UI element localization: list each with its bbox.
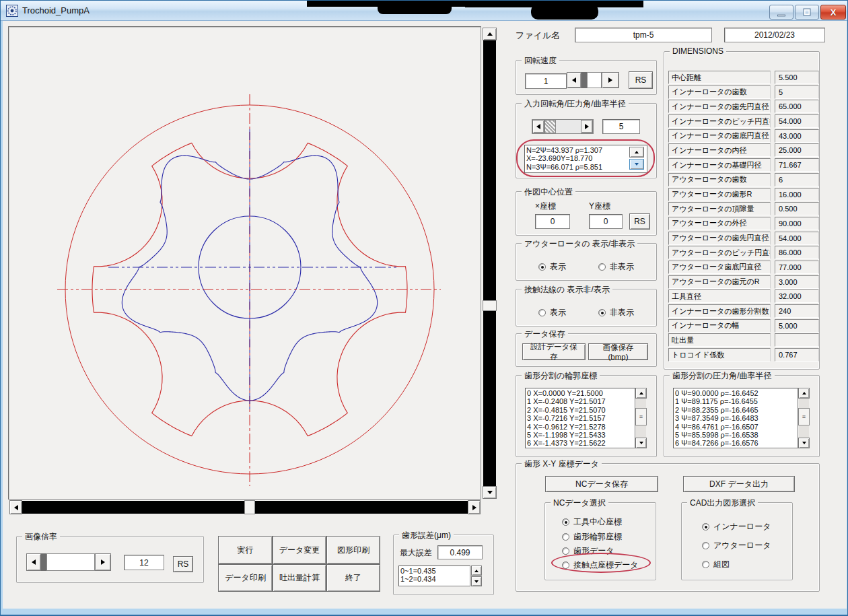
magnification-value[interactable]: 12 — [124, 555, 164, 570]
scroll-up-button[interactable] — [483, 28, 497, 40]
hscroll-thumb[interactable] — [244, 500, 255, 514]
discharge-calc-button[interactable]: 吐出量計算 — [273, 564, 326, 592]
rotation-speed-scrollbar[interactable] — [567, 72, 619, 88]
angle-result-spinner[interactable] — [629, 147, 644, 171]
normal-visible-option[interactable]: 表示 — [538, 307, 566, 318]
rotation-speed-reset-button[interactable]: RS — [629, 71, 653, 89]
dxf-data-output-button[interactable]: DXF データ出力 — [683, 476, 795, 492]
nc-option-contour-coords[interactable]: 歯形輪郭座標 — [562, 531, 622, 543]
nc-option-tooth-data[interactable]: 歯形データ — [562, 545, 614, 557]
max-error-value[interactable]: 0.499 — [437, 545, 483, 559]
zoom-out-button[interactable] — [26, 553, 41, 571]
close-button[interactable]: X — [820, 5, 846, 20]
scroll-up-button[interactable] — [798, 388, 810, 399]
radio-icon[interactable] — [538, 263, 546, 271]
x-coord-field[interactable]: 0 — [535, 214, 570, 229]
dimension-label: 吐出量 — [668, 333, 771, 347]
increase-button[interactable] — [602, 72, 619, 88]
vscroll-thumb[interactable] — [483, 300, 497, 311]
scroll-down-button[interactable] — [635, 438, 647, 448]
y-coord-field[interactable]: 0 — [589, 214, 623, 229]
radio-icon[interactable] — [702, 523, 709, 531]
error-listbox[interactable]: 0~1=0.4351~2=0.434 — [398, 566, 470, 586]
radio-icon[interactable] — [562, 561, 569, 569]
down-arrow-icon — [639, 442, 643, 444]
zoom-in-button[interactable] — [95, 553, 111, 571]
magnification-scrollbar[interactable] — [26, 553, 111, 571]
data-print-button[interactable]: データ印刷 — [218, 564, 273, 592]
radio-icon[interactable] — [702, 542, 709, 549]
hscroll-track[interactable] — [255, 501, 468, 514]
input-angle-value[interactable]: 5 — [602, 119, 640, 134]
nc-option-contact-point[interactable]: 接触点座標データ — [562, 559, 639, 571]
dimension-row: アウターロータの歯元のR 3.000 — [668, 275, 819, 289]
scroll-left-button[interactable] — [9, 500, 22, 514]
outer-hidden-option[interactable]: 非表示 — [598, 261, 634, 273]
magnification-reset-button[interactable]: RS — [173, 556, 193, 572]
pressure-scrollbar[interactable] — [798, 388, 810, 448]
execute-button[interactable]: 実行 — [218, 536, 273, 564]
title-bar[interactable]: Trochoid_PumpA X — [1, 1, 848, 21]
window-border-left — [1, 21, 3, 616]
pressure-angle-title: 歯形分割の圧力角/曲率半径 — [670, 370, 775, 382]
maximize-button[interactable] — [795, 5, 819, 20]
canvas-hscrollbar[interactable] — [9, 500, 481, 514]
down-arrow-icon — [635, 163, 639, 166]
radio-icon[interactable] — [562, 518, 569, 526]
radio-icon[interactable] — [598, 263, 606, 271]
figure-print-button[interactable]: 図形印刷 — [326, 536, 380, 564]
exit-button[interactable]: 終了 — [326, 564, 380, 592]
input-angle-scrollbar[interactable] — [532, 119, 594, 134]
vscroll-track[interactable] — [483, 311, 496, 486]
decrease-button[interactable] — [567, 72, 581, 88]
nc-option-tool-center[interactable]: 工具中心座標 — [562, 516, 622, 528]
radio-icon[interactable] — [562, 533, 569, 541]
radio-icon[interactable] — [562, 547, 569, 555]
radio-icon[interactable] — [538, 309, 546, 316]
pressure-line: 6 Ψ=84.7266 ρ=-16.6576 — [675, 439, 796, 447]
file-name-field[interactable]: tpm-5 — [575, 28, 712, 42]
spin-up-button[interactable] — [471, 566, 482, 576]
nc-data-save-button[interactable]: NCデータ保存 — [545, 476, 658, 492]
spin-up-button[interactable] — [629, 147, 644, 158]
app-window: Trochoid_PumpA X — [0, 0, 848, 616]
contour-coords-listbox[interactable]: 0 X=0.0000 Y=21.50001 X=-0.2408 Y=21.501… — [525, 388, 635, 448]
scroll-up-button[interactable] — [635, 388, 647, 399]
center-position-reset-button[interactable]: RS — [629, 213, 650, 230]
outer-hidden-label: 非表示 — [610, 261, 634, 273]
scroll-thumb[interactable] — [635, 408, 647, 425]
contour-scrollbar[interactable] — [635, 388, 647, 448]
spin-down-button[interactable] — [471, 576, 482, 586]
pressure-angle-listbox[interactable]: 0 Ψ=90.0000 ρ=-16.64521 Ψ=89.1175 ρ=-16.… — [673, 388, 798, 448]
cad-option-outer-rotor[interactable]: アウターロータ — [702, 540, 771, 551]
angle-right-button[interactable] — [581, 120, 593, 133]
radio-icon[interactable] — [598, 309, 606, 316]
error-spinner[interactable] — [471, 566, 482, 586]
data-change-button[interactable]: データ変更 — [273, 536, 326, 564]
rotation-speed-value[interactable]: 1 — [525, 73, 567, 89]
normal-hidden-option[interactable]: 非表示 — [598, 307, 634, 318]
scroll-down-button[interactable] — [483, 486, 497, 499]
cad-option-assembly[interactable]: 組図 — [702, 559, 730, 570]
canvas-vscrollbar[interactable] — [483, 28, 497, 499]
drawing-canvas[interactable] — [8, 26, 481, 500]
dimension-row: インナーロータの基礎円径 71.667 — [668, 158, 819, 172]
outer-visible-option[interactable]: 表示 — [538, 261, 566, 273]
file-date-field[interactable]: 2012/02/23 — [724, 28, 825, 42]
radio-icon[interactable] — [702, 561, 709, 568]
spin-down-button[interactable] — [629, 159, 644, 170]
speed-thumb[interactable] — [587, 72, 602, 88]
hscroll-track[interactable] — [22, 501, 244, 514]
magnification-thumb[interactable] — [46, 553, 95, 571]
cad-option-label: 組図 — [713, 559, 730, 570]
image-save-bmp-button[interactable]: 画像保存(bmp) — [588, 343, 648, 360]
cad-option-inner-rotor[interactable]: インナーロータ — [702, 521, 771, 533]
minimize-button[interactable] — [769, 5, 793, 20]
angle-thumb[interactable] — [544, 120, 556, 133]
scroll-thumb[interactable] — [798, 408, 810, 425]
vscroll-track[interactable] — [483, 40, 496, 300]
scroll-down-button[interactable] — [798, 438, 810, 448]
design-data-save-button[interactable]: 設計データ保存 — [522, 343, 586, 360]
angle-left-button[interactable] — [532, 120, 544, 133]
scroll-right-button[interactable] — [468, 500, 481, 514]
